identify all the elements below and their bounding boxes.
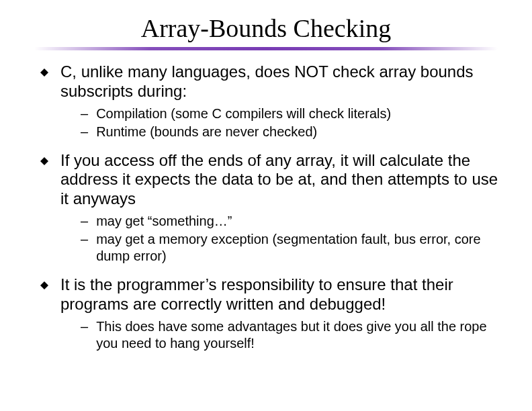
sub-bullet-text: This does have some advantages but it do… <box>96 318 498 352</box>
sub-bullet-text: Runtime (bounds are never checked) <box>96 124 317 140</box>
sub-bullet-item: – Runtime (bounds are never checked) <box>81 124 498 140</box>
sub-bullet-text: may get a memory exception (segmentation… <box>96 231 498 265</box>
sub-bullet-item: – Compilation (some C compilers will che… <box>81 105 498 122</box>
sub-bullet-text: may get “something…” <box>96 213 232 230</box>
dash-bullet-icon: – <box>81 213 88 230</box>
sub-list: – This does have some advantages but it … <box>81 318 498 352</box>
sub-bullet-text: Compilation (some C compilers will check… <box>96 105 391 122</box>
sub-list: – may get “something…” – may get a memor… <box>81 213 498 265</box>
diamond-bullet-icon <box>40 281 48 289</box>
sub-bullet-item: – may get a memory exception (segmentati… <box>81 231 498 265</box>
bullet-item: It is the programmer’s responsibility to… <box>40 275 498 314</box>
sub-bullet-item: – may get “something…” <box>81 213 498 230</box>
bullet-text: If you access off the ends of any array,… <box>60 151 498 209</box>
bullet-item: C, unlike many languages, does NOT check… <box>40 62 498 101</box>
slide-content: C, unlike many languages, does NOT check… <box>34 62 498 352</box>
sub-bullet-item: – This does have some advantages but it … <box>81 318 498 352</box>
slide-title: Array-Bounds Checking <box>34 13 498 43</box>
svg-marker-2 <box>40 281 48 289</box>
dash-bullet-icon: – <box>81 105 88 122</box>
bullet-text: It is the programmer’s responsibility to… <box>60 275 498 314</box>
bullet-text: C, unlike many languages, does NOT check… <box>60 62 498 101</box>
svg-marker-0 <box>40 68 48 77</box>
dash-bullet-icon: – <box>81 318 88 335</box>
diamond-bullet-icon <box>40 157 48 165</box>
dash-bullet-icon: – <box>81 231 88 248</box>
svg-marker-1 <box>40 157 48 165</box>
bullet-item: If you access off the ends of any array,… <box>40 151 498 209</box>
sub-list: – Compilation (some C compilers will che… <box>81 105 498 140</box>
dash-bullet-icon: – <box>81 124 88 140</box>
title-divider <box>34 47 498 50</box>
diamond-bullet-icon <box>40 68 48 77</box>
slide: Array-Bounds Checking C, unlike many lan… <box>0 0 532 411</box>
